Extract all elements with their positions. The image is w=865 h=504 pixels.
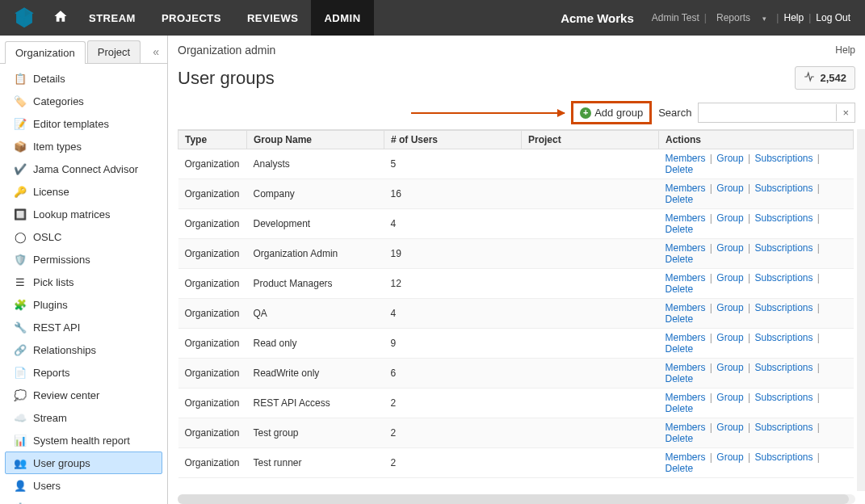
sidebar-item-item-types[interactable]: 📦Item types	[5, 135, 162, 158]
group-link[interactable]: Group	[716, 362, 743, 373]
subscriptions-link[interactable]: Subscriptions	[754, 183, 813, 194]
group-link[interactable]: Group	[716, 212, 743, 224]
reports-link[interactable]: Reports ▾	[707, 12, 776, 23]
members-link[interactable]: Members	[666, 452, 706, 463]
group-link[interactable]: Group	[716, 272, 743, 284]
sidebar-item-rest-api[interactable]: 🔧REST API	[5, 316, 162, 338]
members-link[interactable]: Members	[666, 422, 706, 433]
sidebar-item-editor-templates[interactable]: 📝Editor templates	[5, 112, 162, 135]
sidebar-item-lookup-matrices[interactable]: 🔲Lookup matrices	[5, 203, 162, 225]
column-header[interactable]: Project	[522, 131, 659, 149]
subscriptions-link[interactable]: Subscriptions	[754, 272, 813, 284]
column-header[interactable]: Group Name	[247, 131, 384, 149]
nav-item-admin[interactable]: ADMIN	[311, 0, 373, 36]
tab-organization[interactable]: Organization	[5, 41, 86, 64]
column-header[interactable]: Type	[178, 131, 247, 149]
table-row: OrganizationRead only9Members | Group | …	[178, 329, 854, 359]
subscriptions-link[interactable]: Subscriptions	[754, 153, 813, 164]
sidebar-item-categories[interactable]: 🏷️Categories	[5, 90, 162, 112]
delete-link[interactable]: Delete	[666, 433, 694, 444]
tab-project[interactable]: Project	[87, 40, 141, 63]
logo[interactable]	[10, 3, 39, 32]
group-link[interactable]: Group	[716, 332, 743, 343]
user-link[interactable]: Admin Test	[647, 12, 704, 23]
subscriptions-link[interactable]: Subscriptions	[754, 422, 813, 433]
horizontal-scrollbar[interactable]	[178, 494, 855, 504]
add-group-button[interactable]: + Add group	[571, 101, 652, 124]
sidebar-item-license[interactable]: 🔑License	[5, 180, 162, 203]
help-link[interactable]: Help	[835, 44, 855, 56]
column-header[interactable]: Actions	[659, 131, 854, 149]
sidebar-item-user-groups[interactable]: 👥User groups	[5, 452, 162, 474]
delete-link[interactable]: Delete	[666, 463, 694, 474]
delete-link[interactable]: Delete	[666, 403, 694, 414]
cell-type: Organization	[178, 179, 247, 209]
sidebar-item-relationships[interactable]: 🔗Relationships	[5, 338, 162, 361]
sidebar-item-reports[interactable]: 📄Reports	[5, 361, 162, 384]
subscriptions-link[interactable]: Subscriptions	[754, 332, 813, 343]
members-link[interactable]: Members	[666, 153, 706, 164]
license-icon: 🔑	[14, 185, 27, 198]
nav-item-stream[interactable]: STREAM	[76, 0, 149, 36]
delete-link[interactable]: Delete	[666, 224, 694, 235]
members-link[interactable]: Members	[666, 332, 706, 343]
home-icon[interactable]	[53, 9, 68, 27]
group-link[interactable]: Group	[716, 153, 743, 164]
members-link[interactable]: Members	[666, 183, 706, 194]
cell-users: 5	[384, 149, 522, 179]
delete-link[interactable]: Delete	[666, 164, 694, 175]
sidebar-item-stream[interactable]: ☁️Stream	[5, 406, 162, 429]
clear-search-button[interactable]: ×	[836, 104, 855, 121]
sidebar-item-details[interactable]: 📋Details	[5, 67, 162, 90]
subscriptions-link[interactable]: Subscriptions	[754, 212, 813, 224]
sidebar-item-system-health-report[interactable]: 📊System health report	[5, 429, 162, 452]
sidebar-item-workflow[interactable]: ⚙️Workflow	[5, 497, 162, 504]
sidebar-item-review-center[interactable]: 💭Review center	[5, 384, 162, 406]
sidebar-item-permissions[interactable]: 🛡️Permissions	[5, 248, 162, 271]
group-link[interactable]: Group	[716, 242, 743, 254]
cell-actions: Members | Group | Subscriptions | Delete	[659, 299, 854, 329]
permissions-icon: 🛡️	[14, 253, 27, 266]
subscriptions-link[interactable]: Subscriptions	[754, 452, 813, 463]
subscriptions-link[interactable]: Subscriptions	[754, 302, 813, 313]
count-badge: 2,542	[795, 66, 855, 90]
members-link[interactable]: Members	[666, 302, 706, 313]
help-link-header[interactable]: Help	[779, 12, 808, 23]
delete-link[interactable]: Delete	[666, 194, 694, 205]
members-link[interactable]: Members	[666, 362, 706, 373]
members-link[interactable]: Members	[666, 272, 706, 284]
search-input[interactable]	[699, 103, 836, 122]
delete-link[interactable]: Delete	[666, 343, 694, 355]
sidebar-item-pick-lists[interactable]: ☰Pick lists	[5, 271, 162, 293]
group-link[interactable]: Group	[716, 183, 743, 194]
group-link[interactable]: Group	[716, 422, 743, 433]
plugins-icon: 🧩	[14, 298, 27, 311]
delete-link[interactable]: Delete	[666, 284, 694, 295]
group-link[interactable]: Group	[716, 452, 743, 463]
delete-link[interactable]: Delete	[666, 254, 694, 265]
collapse-icon[interactable]: «	[153, 45, 162, 58]
sidebar-item-oslc[interactable]: ◯OSLC	[5, 225, 162, 248]
cell-name: Organization Admin	[247, 239, 384, 269]
cell-project	[522, 149, 659, 179]
sidebar-item-jama-connect-advisor[interactable]: ✔️Jama Connect Advisor	[5, 158, 162, 180]
sidebar-item-users[interactable]: 👤Users	[5, 474, 162, 497]
logout-link[interactable]: Log Out	[811, 12, 855, 23]
vertical-scrollbar[interactable]	[857, 129, 865, 491]
sidebar-item-label: License	[33, 186, 69, 198]
subscriptions-link[interactable]: Subscriptions	[754, 392, 813, 403]
subscriptions-link[interactable]: Subscriptions	[754, 242, 813, 254]
group-link[interactable]: Group	[716, 392, 743, 403]
nav-item-projects[interactable]: PROJECTS	[149, 0, 234, 36]
nav-item-reviews[interactable]: REVIEWS	[234, 0, 311, 36]
column-header[interactable]: # of Users	[384, 131, 522, 149]
delete-link[interactable]: Delete	[666, 313, 694, 325]
subscriptions-link[interactable]: Subscriptions	[754, 362, 813, 373]
members-link[interactable]: Members	[666, 212, 706, 224]
sidebar-item-plugins[interactable]: 🧩Plugins	[5, 293, 162, 316]
cell-users: 9	[384, 329, 522, 359]
group-link[interactable]: Group	[716, 302, 743, 313]
members-link[interactable]: Members	[666, 392, 706, 403]
members-link[interactable]: Members	[666, 242, 706, 254]
delete-link[interactable]: Delete	[666, 373, 694, 384]
